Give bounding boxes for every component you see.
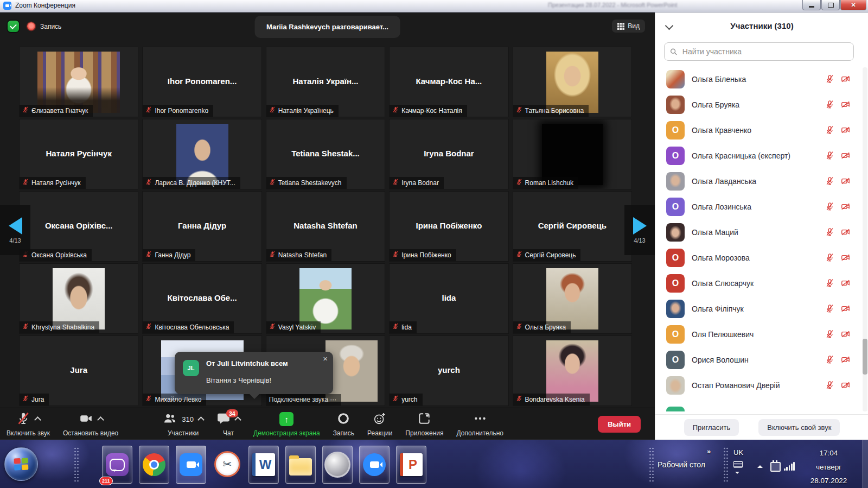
participant-row[interactable]: Ольга Лавданська <box>655 168 860 194</box>
participant-row[interactable]: ООльга Слюсарчук <box>655 270 860 296</box>
toolbar-stop-video-button[interactable]: Остановить видео <box>56 408 125 440</box>
taskbar-icon-viber[interactable]: 211 <box>102 446 132 484</box>
language-indicator[interactable]: UK <box>733 448 743 457</box>
chevron-up-icon[interactable] <box>97 416 104 423</box>
participant-row[interactable]: ООльга Лозинська <box>655 194 860 219</box>
close-button[interactable]: ✕ <box>840 0 866 10</box>
video-tile[interactable]: Ольга Бруяка <box>513 263 632 334</box>
network-tray-icon[interactable] <box>784 462 795 471</box>
participant-name: Ольга Кравченко <box>692 126 825 135</box>
page-indicator: 4/13 <box>9 237 21 244</box>
video-tile[interactable]: Bondarevska Ksenia <box>513 335 632 406</box>
participant-name-label: Наталія Українець <box>266 105 339 117</box>
participant-name: Остап Романович Дверій <box>692 381 825 390</box>
close-icon[interactable]: × <box>323 354 328 363</box>
minimize-button[interactable] <box>802 0 821 10</box>
video-tile[interactable]: Iryna BodnarIryna Bodnar <box>389 119 508 189</box>
invite-button[interactable]: Пригласить <box>684 419 739 436</box>
participant-row[interactable]: ООльга Красницька (експерт) <box>655 143 860 168</box>
toolbar-apps-button[interactable]: Приложения <box>399 408 450 440</box>
power-tray-icon[interactable] <box>770 462 781 472</box>
tray-expand-icon[interactable] <box>757 462 763 468</box>
video-tile[interactable]: Tetiana Shestak...Tetiana Shestakevych <box>266 119 385 189</box>
security-shield-icon[interactable] <box>8 21 19 32</box>
toolbar-share-screen-button[interactable]: ↑Демонстрация экрана <box>247 408 327 440</box>
next-page-button[interactable]: 4/13 <box>624 205 655 255</box>
language-dropdown-icon[interactable] <box>735 472 739 476</box>
video-tile[interactable]: Roman Lishchuk <box>513 119 632 189</box>
maximize-button[interactable] <box>821 0 840 10</box>
participant-video <box>546 52 598 113</box>
participants-panel: Участники (310) Ольга БіленькаОльга Бруя… <box>655 12 868 440</box>
taskbar-icon-explorer[interactable] <box>285 446 316 484</box>
keyboard-layout-icon[interactable] <box>733 461 743 468</box>
video-tile[interactable]: Лариса В. Діденко (КНУТ... <box>142 119 261 189</box>
chevron-up-icon[interactable] <box>197 416 205 423</box>
unmute-self-button[interactable]: Включить свой звук <box>758 419 840 436</box>
taskbar-icon-media-player[interactable] <box>322 446 353 484</box>
video-tile[interactable]: lidalida <box>389 263 508 334</box>
mic-muted-icon <box>145 395 152 403</box>
video-off-icon <box>840 381 851 390</box>
toolbar-more-button[interactable]: Дополнительно <box>450 408 510 440</box>
participant-row[interactable]: ООльга Морозова <box>655 245 860 270</box>
recording-label[interactable]: Запись <box>40 23 61 30</box>
search-participant-box[interactable] <box>664 42 854 61</box>
video-tile[interactable]: Vasyl Yatskiv <box>266 263 385 334</box>
video-tile[interactable]: Khrystyna Shabalkina <box>19 263 138 334</box>
video-tile[interactable]: Ірина ПобіженкоІрина Побіженко <box>389 191 508 262</box>
previous-page-button[interactable]: 4/13 <box>0 205 30 255</box>
participant-row[interactable]: ООрися Волошин <box>655 347 860 372</box>
participant-row[interactable]: ООльга Кравченко <box>655 117 860 143</box>
video-tile[interactable]: Наталія Україн...Наталія Українець <box>266 47 385 117</box>
participant-row[interactable]: ООля Пелюшкевич <box>655 321 860 347</box>
participant-row[interactable]: Ольга Біленька <box>655 66 860 92</box>
toolbar-record-button[interactable]: Запись <box>327 408 361 440</box>
mic-muted-icon <box>22 395 29 403</box>
participant-row[interactable]: Ольга Маций <box>655 219 860 245</box>
search-input[interactable] <box>681 47 848 56</box>
participant-row[interactable]: Ольга Бруяка <box>655 92 860 117</box>
leave-meeting-button[interactable]: Выйти <box>598 416 641 433</box>
scrollbar-thumb[interactable] <box>863 339 867 375</box>
video-tile[interactable]: Квітослава Обе...Квітослава Обельовська <box>142 263 261 334</box>
video-tile[interactable]: Оксана Оріхівс...Оксана Оріхівська <box>19 191 138 262</box>
start-button[interactable] <box>4 447 38 481</box>
taskbar-clock[interactable]: 17:04 четверг 28.07.2022 <box>797 446 860 488</box>
toolbar-unmute-button[interactable]: Включить звук <box>0 408 56 440</box>
show-desktop-button[interactable] <box>863 440 868 488</box>
chat-notification-popup[interactable]: JL От Juli Litvintchuk всем Вітання з Че… <box>175 352 333 394</box>
toolbar-participants-button[interactable]: 310Участники <box>156 408 210 440</box>
video-tile[interactable]: JuraJura <box>19 335 138 406</box>
view-button[interactable]: Вид <box>612 20 645 33</box>
taskbar-icon-zoom[interactable] <box>176 446 206 484</box>
participant-row[interactable]: Ольга Філіпчук <box>655 296 860 321</box>
recording-indicator-icon[interactable] <box>27 22 35 30</box>
mic-muted-icon <box>145 323 152 331</box>
chevron-up-icon[interactable] <box>234 416 241 423</box>
video-tile[interactable]: Татьяна Борисовна <box>513 47 632 117</box>
video-tile[interactable]: Наталя РусінчукНаталя Русінчук <box>19 119 138 189</box>
taskbar-icon-chrome[interactable] <box>139 446 169 484</box>
video-tile[interactable]: Єлизавета Гнатчук <box>19 47 138 117</box>
video-tile[interactable]: Качмар-Кос На...Качмар-Кос Наталія <box>389 47 508 117</box>
chevron-up-icon[interactable] <box>34 416 41 423</box>
taskbar-icon-powerpoint[interactable]: P <box>396 446 426 484</box>
taskbar-icon-zoom-meeting[interactable] <box>359 446 390 484</box>
taskbar-icon-word[interactable]: W <box>248 446 279 484</box>
video-tile[interactable]: Natasha ShtefanNatasha Shtefan <box>266 191 385 262</box>
taskbar-pinned-apps: 211✂WP <box>102 446 426 484</box>
participant-row[interactable]: Остап Романович Дверій <box>655 372 860 398</box>
taskbar-icon-snipping-tool[interactable]: ✂ <box>213 446 242 483</box>
participants-scrollbar[interactable] <box>863 67 867 411</box>
desktop-toolbar-label[interactable]: Рабочий стол <box>658 460 705 469</box>
video-tile[interactable]: yurchyurch <box>389 335 508 406</box>
video-tile[interactable]: Сергій СировецьСергій Сировець <box>513 191 632 262</box>
toolbar-smiley-icon <box>373 411 387 427</box>
video-tile[interactable]: Ihor Ponomaren...Ihor Ponomarenko <box>142 47 261 117</box>
video-tile[interactable]: Ганна ДідурГанна Дідур <box>142 191 261 262</box>
mic-muted-icon <box>145 251 152 259</box>
toolbar-overflow-chevron[interactable]: » <box>707 447 711 455</box>
toolbar-reactions-button[interactable]: Реакции <box>361 408 399 440</box>
toolbar-chat-button[interactable]: 34Чат <box>210 408 247 440</box>
